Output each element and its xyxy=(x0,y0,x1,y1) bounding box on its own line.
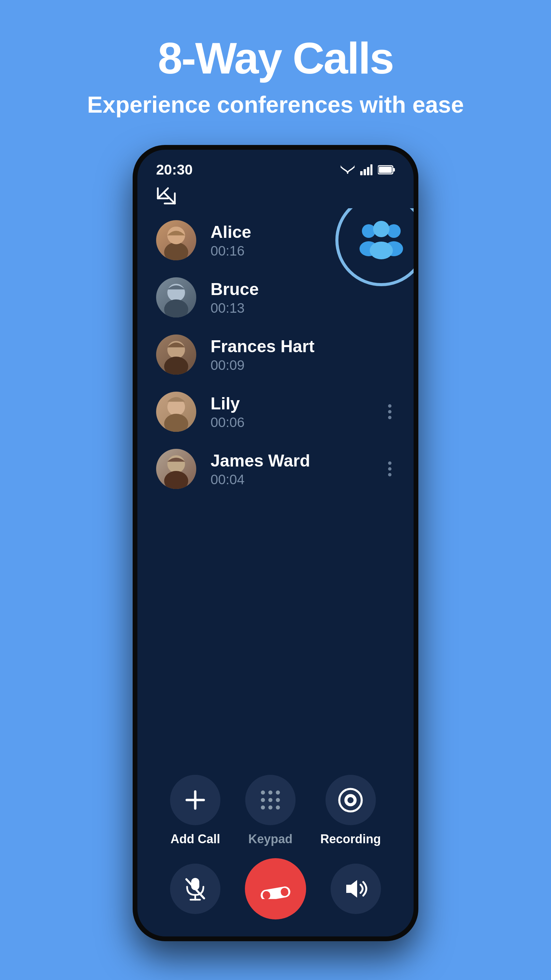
james-more-icon[interactable] xyxy=(385,458,395,480)
svg-point-25 xyxy=(164,356,189,375)
end-call-control xyxy=(245,858,306,920)
avatar-alice xyxy=(156,220,196,260)
svg-rect-2 xyxy=(367,167,369,175)
sub-title: Experience conferences with ease xyxy=(87,91,464,118)
mute-control xyxy=(170,864,221,914)
svg-point-20 xyxy=(373,221,389,237)
lily-duration: 00:06 xyxy=(211,415,385,430)
lily-name: Lily xyxy=(211,394,385,414)
phone-screen: 20:30 xyxy=(137,150,414,937)
svg-rect-3 xyxy=(370,164,372,175)
svg-rect-5 xyxy=(379,167,392,173)
svg-rect-6 xyxy=(393,168,395,172)
keypad-label: Keypad xyxy=(248,832,292,846)
speaker-button[interactable] xyxy=(330,864,381,914)
svg-point-36 xyxy=(268,798,272,802)
controls-section: Add Call xyxy=(137,763,414,937)
svg-point-40 xyxy=(276,805,280,810)
svg-point-34 xyxy=(276,791,280,795)
bruce-duration: 00:13 xyxy=(211,301,395,316)
phone-frame: 20:30 xyxy=(133,145,418,941)
svg-point-38 xyxy=(261,805,265,810)
status-icons xyxy=(340,164,395,175)
svg-point-35 xyxy=(261,798,265,802)
wifi-icon xyxy=(340,164,355,175)
recording-control: Recording xyxy=(321,775,381,846)
battery-icon xyxy=(378,165,395,175)
avatar-lily xyxy=(156,392,196,432)
frances-duration: 00:09 xyxy=(211,358,395,373)
mute-icon xyxy=(184,877,207,901)
recording-button[interactable] xyxy=(326,775,376,825)
add-call-label: Add Call xyxy=(170,832,220,846)
page-header: 8-Way Calls Experience conferences with … xyxy=(87,0,464,135)
minimize-icon xyxy=(156,186,176,205)
recording-label: Recording xyxy=(321,832,381,846)
signal-icon xyxy=(360,164,372,175)
svg-point-37 xyxy=(276,798,280,802)
svg-point-21 xyxy=(370,242,393,259)
page-background: 8-Way Calls Experience conferences with … xyxy=(0,0,551,980)
controls-row-1: Add Call xyxy=(158,775,393,846)
end-call-button[interactable] xyxy=(245,858,306,920)
controls-row-2 xyxy=(158,858,393,920)
record-icon xyxy=(338,788,363,813)
keypad-icon xyxy=(258,788,283,812)
end-call-icon xyxy=(260,878,291,899)
add-call-control: Add Call xyxy=(170,775,221,846)
james-duration: 00:04 xyxy=(211,472,385,487)
participant-item-james: James Ward 00:04 xyxy=(137,440,414,498)
participant-item-lily: Lily 00:06 xyxy=(137,383,414,440)
svg-point-43 xyxy=(348,797,354,803)
avatar-frances xyxy=(156,334,196,375)
group-icon xyxy=(356,218,407,262)
status-time: 20:30 xyxy=(156,162,192,178)
lily-info: Lily 00:06 xyxy=(211,394,385,430)
keypad-control: Keypad xyxy=(245,775,295,846)
frances-name: Frances Hart xyxy=(211,337,395,356)
james-info: James Ward 00:04 xyxy=(211,451,385,487)
frances-info: Frances Hart 00:09 xyxy=(211,337,395,373)
svg-point-23 xyxy=(164,299,189,318)
status-bar: 20:30 xyxy=(137,150,414,181)
add-call-button[interactable] xyxy=(170,775,221,825)
phone-mockup: 20:30 xyxy=(133,145,418,941)
add-icon xyxy=(183,788,207,812)
svg-marker-51 xyxy=(346,880,357,898)
keypad-button[interactable] xyxy=(245,775,295,825)
svg-point-14 xyxy=(164,242,189,260)
lily-more-icon[interactable] xyxy=(385,401,395,423)
mute-button[interactable] xyxy=(170,864,221,914)
bruce-info: Bruce 00:13 xyxy=(211,279,395,316)
james-name: James Ward xyxy=(211,451,385,471)
avatar-bruce xyxy=(156,277,196,318)
speaker-icon xyxy=(343,877,368,900)
minimize-button[interactable] xyxy=(137,181,414,208)
svg-rect-1 xyxy=(364,169,366,175)
svg-point-29 xyxy=(164,471,189,489)
speaker-control xyxy=(330,864,381,914)
participant-item-alice: Alice 00:16 xyxy=(137,212,414,269)
svg-line-7 xyxy=(158,188,168,198)
participant-item-frances: Frances Hart 00:09 xyxy=(137,326,414,383)
svg-rect-0 xyxy=(360,171,362,175)
svg-point-27 xyxy=(164,414,189,432)
main-title: 8-Way Calls xyxy=(87,34,464,83)
svg-point-39 xyxy=(268,805,272,810)
svg-point-32 xyxy=(261,791,265,795)
participants-list: Alice 00:16 xyxy=(137,208,414,763)
avatar-james xyxy=(156,449,196,489)
svg-point-33 xyxy=(268,791,272,795)
